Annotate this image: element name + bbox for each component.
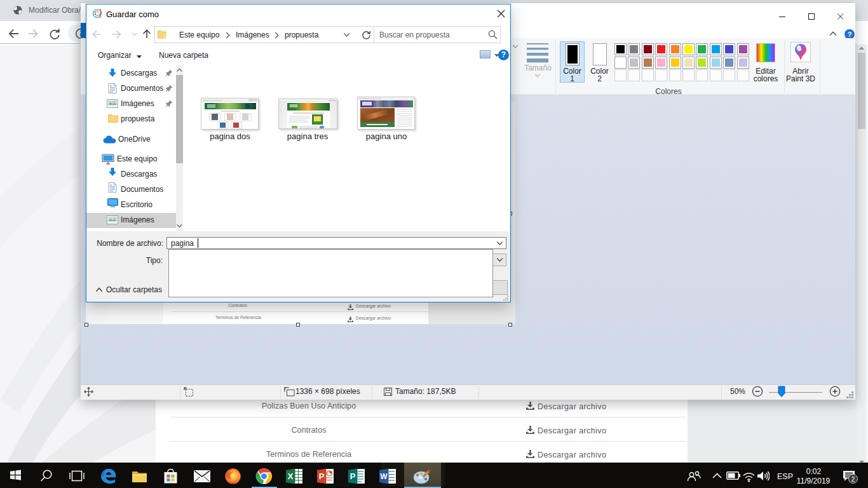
svg-text:X: X (288, 471, 294, 481)
svg-text:W: W (380, 472, 388, 481)
svg-text:P: P (350, 471, 356, 481)
svg-text:P: P (319, 471, 325, 481)
